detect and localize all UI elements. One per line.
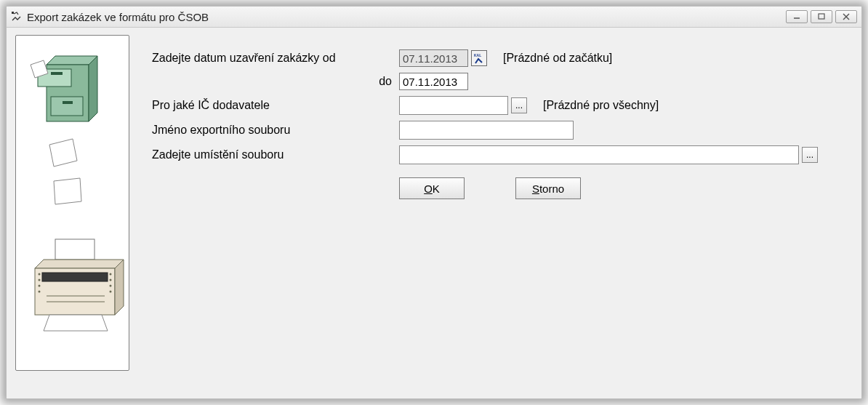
svg-point-29 (109, 291, 111, 293)
svg-rect-15 (55, 239, 95, 260)
ic-browse-button[interactable]: ... (511, 97, 527, 113)
svg-point-22 (38, 273, 40, 276)
svg-rect-2 (819, 14, 824, 19)
svg-point-27 (109, 279, 111, 281)
svg-rect-0 (12, 12, 14, 14)
label-path: Zadejte umístění souboru (152, 148, 399, 161)
label-date-to: do (152, 75, 399, 88)
svg-point-26 (109, 273, 111, 276)
path-browse-button[interactable]: ... (802, 147, 818, 163)
path-input[interactable] (399, 145, 799, 164)
sidebar (7, 28, 137, 398)
label-ic: Pro jaké IČ dodavatele (152, 99, 399, 112)
date-from-input[interactable] (399, 49, 468, 67)
calendar-button[interactable]: KAL (471, 50, 487, 66)
cancel-button[interactable]: Storno (515, 177, 581, 199)
row-ic: Pro jaké IČ dodavatele ... [Prázdné pro … (152, 96, 847, 115)
svg-marker-30 (44, 315, 108, 331)
svg-point-24 (38, 285, 40, 287)
svg-marker-18 (115, 260, 124, 315)
titlebar: Export zakázek ve formátu pro ČSOB (7, 7, 861, 28)
svg-text:KAL: KAL (474, 53, 481, 57)
svg-point-25 (38, 291, 40, 293)
sidebar-illustration (15, 35, 129, 371)
row-filename: Jméno exportního souboru (152, 121, 847, 140)
row-date-from: Zadejte datum uzavření zakázky od KAL [P… (152, 49, 847, 67)
date-to-input[interactable] (399, 73, 468, 90)
close-button[interactable] (835, 10, 857, 23)
svg-marker-14 (54, 178, 81, 204)
form-area: Zadejte datum uzavření zakázky od KAL [P… (137, 28, 861, 398)
minimize-button[interactable] (786, 10, 808, 23)
dialog-window: Export zakázek ve formátu pro ČSOB (6, 6, 862, 399)
label-date-from: Zadejte datum uzavření zakázky od (152, 52, 399, 65)
label-filename: Jméno exportního souboru (152, 124, 399, 137)
svg-point-28 (109, 285, 111, 287)
svg-rect-11 (63, 101, 73, 104)
outer-shadow-frame: Export zakázek ve formátu pro ČSOB (0, 0, 868, 405)
ic-input[interactable] (399, 96, 508, 115)
ic-hint: [Prázdné pro všechny] (543, 99, 659, 112)
date-from-hint: [Prázdné od začátku] (503, 52, 612, 65)
client-area: Zadejte datum uzavření zakázky od KAL [P… (7, 28, 861, 398)
svg-rect-9 (51, 72, 63, 75)
svg-marker-7 (89, 56, 97, 121)
svg-marker-16 (35, 260, 124, 268)
svg-rect-10 (51, 97, 83, 116)
window-buttons (786, 10, 857, 23)
window-title: Export zakázek ve formátu pro ČSOB (27, 11, 786, 23)
maximize-button[interactable] (811, 10, 832, 23)
svg-marker-13 (49, 139, 77, 167)
filename-input[interactable] (399, 121, 574, 140)
ok-button[interactable]: OK (399, 177, 465, 199)
row-date-to: do (152, 73, 847, 90)
row-path: Zadejte umístění souboru ... (152, 145, 847, 164)
app-icon (11, 11, 23, 23)
svg-point-23 (38, 279, 40, 281)
dialog-button-row: OK Storno (399, 177, 847, 199)
svg-rect-19 (42, 273, 108, 281)
